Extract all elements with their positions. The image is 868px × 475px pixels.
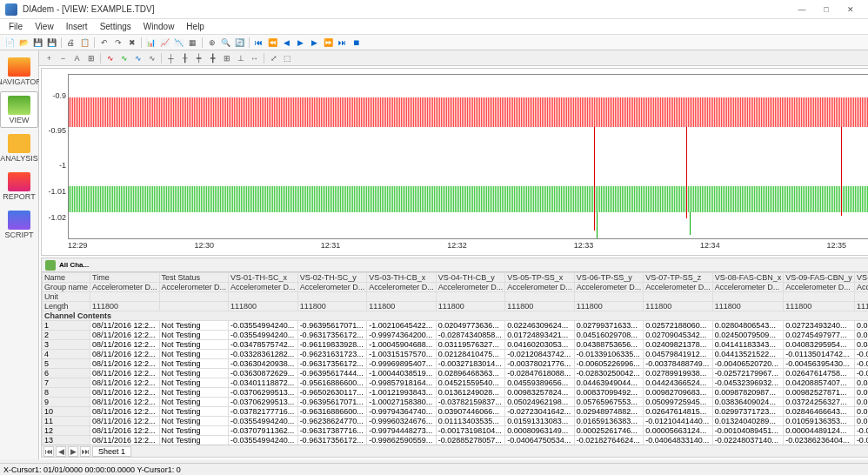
table-cell[interactable]: -0.96395617444... [297, 369, 367, 378]
table-cell[interactable]: -0.01210441440... [644, 417, 713, 426]
table-cell[interactable]: 0.01591313083... [505, 417, 575, 426]
table-cell[interactable]: 08/11/2016 12:2... [90, 388, 160, 398]
table-cell[interactable]: -0.03328361282... [229, 350, 298, 359]
table-cell[interactable]: -0.02182764624... [574, 436, 644, 445]
table-cell[interactable]: 9 [43, 398, 90, 407]
table-cell[interactable]: 0.02840666070... [854, 407, 868, 417]
table-cell[interactable]: 0.02647614815... [644, 407, 713, 417]
table-header-cell[interactable]: 111800 [229, 302, 298, 311]
table-cell[interactable]: 0.00982527871... [784, 388, 855, 398]
table-row[interactable]: 1008/11/2016 12:2...Not Testing-0.037821… [43, 407, 869, 417]
table-cell[interactable]: 08/11/2016 12:2... [90, 426, 160, 436]
table-cell[interactable]: 0.04413521522... [712, 350, 784, 359]
table-cell[interactable]: -0.95616886600... [297, 378, 367, 388]
prev-fast-icon[interactable]: ⏪ [266, 36, 279, 49]
table-cell[interactable]: 0.03907446066... [436, 407, 505, 417]
table-cell[interactable]: 0.00837099492... [574, 388, 644, 398]
table-header-cell[interactable]: Accelerometer D... [644, 283, 713, 292]
table-cell[interactable]: -0.03478575742... [229, 340, 298, 350]
table-cell[interactable]: 0.04160203053... [505, 340, 575, 350]
table-cell[interactable]: -0.00327183014... [436, 359, 505, 369]
table-header-cell[interactable] [159, 302, 229, 311]
table-cell[interactable]: -0.02847618088... [505, 369, 575, 378]
table-cell[interactable]: 13 [43, 436, 90, 445]
table-cell[interactable]: 08/11/2016 12:2... [90, 321, 160, 331]
nav-report[interactable]: REPORT [0, 168, 38, 204]
table-header-cell[interactable]: Accelerometer D... [159, 283, 229, 292]
table-cell[interactable]: Not Testing [159, 388, 229, 398]
table-cell[interactable]: 0.04208857407... [784, 378, 855, 388]
table-cell[interactable]: 0.01361249028... [436, 388, 505, 398]
table-cell[interactable]: Not Testing [159, 417, 229, 426]
table-cell[interactable]: 0.02709045342... [644, 331, 713, 340]
table-cell[interactable]: 0.00987820987... [712, 388, 784, 398]
tool-b-icon[interactable]: ⊞ [84, 51, 97, 64]
chart3-icon[interactable]: 📉 [172, 36, 185, 49]
table-cell[interactable]: Not Testing [159, 436, 229, 445]
data-table[interactable]: NameTimeTest StatusVS-01-TH-SC_xVS-02-TH… [42, 272, 868, 445]
tool-a-icon[interactable]: A [70, 51, 83, 64]
table-cell[interactable]: 0.04579841912... [644, 350, 713, 359]
table-cell[interactable]: 7 [43, 378, 90, 388]
table-cell[interactable]: 08/11/2016 12:2... [90, 417, 160, 426]
table-header-cell[interactable] [436, 292, 505, 302]
curve4-icon[interactable]: ∿ [145, 51, 158, 64]
sheet-prev-button[interactable]: ◀ [56, 446, 66, 457]
next-fast-icon[interactable]: ⏩ [322, 36, 335, 49]
table-cell[interactable]: 08/11/2016 12:2... [90, 340, 160, 350]
nav-analysis[interactable]: ANALYSIS [0, 130, 38, 166]
curve2-icon[interactable]: ∿ [117, 51, 130, 64]
table-cell[interactable]: -0.00605226996... [574, 359, 644, 369]
table-cell[interactable]: -0.04380666036... [854, 369, 868, 378]
table-cell[interactable]: -0.96316886600... [297, 407, 367, 417]
table-cell[interactable]: -0.99862590559... [367, 436, 437, 445]
table-cell[interactable]: 0.00004489124... [784, 426, 855, 436]
table-cell[interactable]: -1.00315157570... [367, 350, 437, 359]
table-row[interactable]: 1108/11/2016 12:2...Not Testing-0.035549… [43, 417, 869, 426]
chart2-icon[interactable]: 📈 [158, 36, 171, 49]
cursor4-icon[interactable]: ╋ [206, 51, 219, 64]
table-cell[interactable]: 0.00025261746... [574, 426, 644, 436]
table-row[interactable]: 508/11/2016 12:2...Not Testing-0.0363042… [43, 359, 869, 369]
table-header-cell[interactable] [574, 292, 644, 302]
table-cell[interactable]: -0.00104089451... [712, 426, 784, 436]
table-cell[interactable]: -0.03782159837... [436, 398, 505, 407]
table-cell[interactable]: -1.00210645422... [367, 321, 437, 331]
table-cell[interactable]: -0.00104923426... [854, 426, 868, 436]
table-cell[interactable]: Not Testing [159, 369, 229, 378]
cursor1-icon[interactable]: ┼ [164, 51, 177, 64]
table-cell[interactable]: -0.01339106335... [574, 350, 644, 359]
table-row[interactable]: Length1118001118001118001118001118001118… [43, 302, 869, 311]
table-header-cell[interactable] [159, 292, 229, 302]
zoom-in-icon[interactable]: + [43, 51, 56, 64]
zoom-out-icon[interactable]: − [57, 51, 70, 64]
table-header-cell[interactable]: Time [90, 273, 160, 283]
table-header-cell[interactable]: VS-10-FAS-CBN_z [854, 273, 868, 283]
table-cell[interactable]: 4 [43, 350, 90, 359]
table-cell[interactable]: 0.04521559540... [436, 378, 505, 388]
table-row[interactable]: 908/11/2016 12:2...Not Testing-0.0370629… [43, 398, 869, 407]
table-header-cell[interactable]: VS-05-TP-SS_x [505, 273, 575, 283]
cursor2-icon[interactable]: ╂ [178, 51, 191, 64]
table-cell[interactable]: -0.96317387716... [297, 426, 367, 436]
table-cell[interactable]: -0.03707911362... [229, 426, 298, 436]
table-cell[interactable]: 2 [43, 331, 90, 340]
menu-view[interactable]: View [30, 21, 59, 32]
table-cell[interactable]: -0.00173198104... [436, 426, 505, 436]
menu-help[interactable]: Help [181, 21, 210, 32]
table-cell[interactable]: -0.02248037140... [712, 436, 784, 445]
table-cell[interactable]: 0.02789919938... [644, 369, 713, 378]
table-cell[interactable]: -0.01135014742... [784, 350, 855, 359]
table-cell[interactable]: -0.03554994240... [229, 321, 298, 331]
table-header-cell[interactable] [644, 292, 713, 302]
table-cell[interactable]: 0.04141183343... [712, 340, 784, 350]
delete-icon[interactable]: ✖ [125, 36, 138, 49]
table-cell[interactable]: 0.02572188060... [644, 321, 713, 331]
table-cell[interactable]: 0.01059136353... [854, 417, 868, 426]
table-header-cell[interactable]: 111800 [784, 302, 855, 311]
chart-plot-area[interactable] [68, 74, 868, 239]
table-cell[interactable]: 0.02896468363... [436, 369, 505, 378]
table-cell[interactable]: 6 [43, 369, 90, 378]
table-header-cell[interactable]: Accelerometer D... [436, 283, 505, 292]
sheet-next-button[interactable]: ▶ [68, 446, 78, 457]
